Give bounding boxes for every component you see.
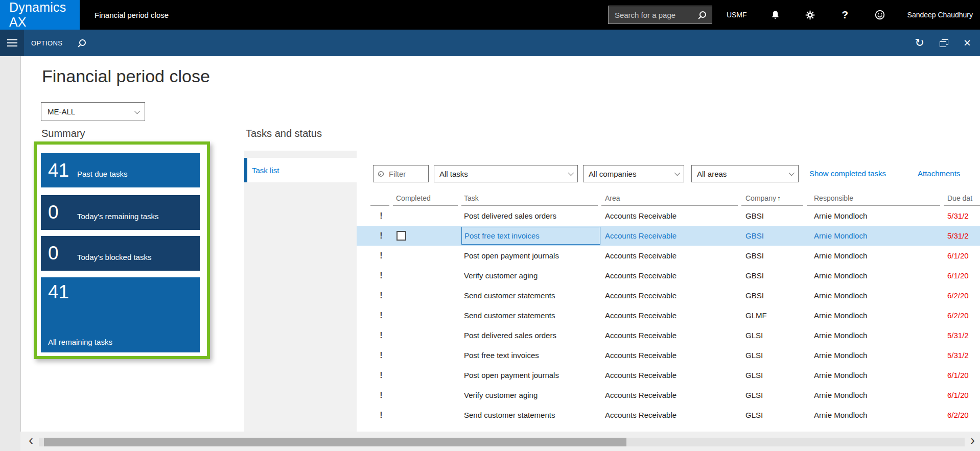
- task-cell[interactable]: Post free text invoices: [461, 351, 601, 360]
- table-row[interactable]: ! Post free text invoices Accounts Recei…: [357, 226, 980, 246]
- period-template-select[interactable]: ME-ALL: [41, 102, 145, 121]
- table-row[interactable]: ! Post free text invoices Accounts Recei…: [357, 345, 980, 365]
- column-header-task[interactable]: Task: [461, 191, 598, 206]
- area-filter-select[interactable]: All areas: [691, 165, 799, 182]
- task-cell[interactable]: Verify customer aging: [461, 391, 601, 399]
- task-cell[interactable]: Send customer statements: [461, 311, 601, 320]
- tile-count: 0: [48, 202, 77, 223]
- table-row[interactable]: ! Send customer statements Accounts Rece…: [357, 286, 980, 305]
- task-filter-select[interactable]: All tasks: [434, 165, 578, 182]
- command-search-icon[interactable]: [78, 39, 86, 48]
- tasks-section-label: Tasks and status: [246, 128, 322, 139]
- area-cell: Accounts Receivable: [601, 351, 741, 360]
- sort-ascending-icon: ↑: [777, 194, 781, 202]
- tile-todays-remaining-tasks[interactable]: 0 Today's remaining tasks: [41, 195, 200, 230]
- tasks-side-nav: Task list: [244, 151, 357, 432]
- company-cell: GLSI: [741, 371, 807, 379]
- tile-past-due-tasks[interactable]: 41 Past due tasks: [41, 153, 200, 187]
- area-cell: Accounts Receivable: [601, 311, 741, 320]
- scrollbar-track[interactable]: [39, 438, 965, 446]
- tile-todays-blocked-tasks[interactable]: 0 Today's blocked tasks: [41, 236, 200, 271]
- sidebar-item-task-list[interactable]: Task list: [244, 158, 357, 182]
- task-cell[interactable]: Post open payment journals: [461, 251, 601, 260]
- top-navigation-bar: Dynamics AX Financial period close USMF: [0, 0, 980, 30]
- notifications-bell-icon[interactable]: [769, 9, 782, 21]
- scroll-right-icon[interactable]: ›: [970, 433, 975, 448]
- due-date-cell: 6/1/20: [944, 251, 980, 260]
- table-row[interactable]: ! Post delivered sales orders Accounts R…: [357, 325, 980, 345]
- options-menu-button[interactable]: OPTIONS: [31, 39, 62, 47]
- window-page-title: Financial period close: [95, 0, 169, 30]
- task-cell[interactable]: Post free text invoices: [461, 227, 600, 245]
- table-row[interactable]: ! Send customer statements Accounts Rece…: [357, 305, 980, 325]
- column-header-area[interactable]: Area: [601, 191, 738, 206]
- table-row[interactable]: ! Send customer statements Accounts Rece…: [357, 405, 980, 425]
- overdue-marker: !: [357, 391, 393, 400]
- tile-label: All remaining tasks: [48, 338, 112, 346]
- responsible-cell: Arnie Mondloch: [807, 211, 944, 220]
- overdue-marker: !: [357, 311, 393, 320]
- settings-gear-icon[interactable]: [804, 9, 816, 21]
- refresh-icon[interactable]: ↻: [915, 38, 924, 48]
- attachments-link[interactable]: Attachments: [918, 165, 960, 182]
- table-row[interactable]: ! Post delivered sales orders Accounts R…: [357, 206, 980, 226]
- table-row[interactable]: ! Post open payment journals Accounts Re…: [357, 365, 980, 385]
- due-date-cell: 6/2/20: [944, 291, 980, 300]
- feedback-smiley-icon[interactable]: [874, 9, 886, 21]
- table-row[interactable]: ! Verify customer aging Accounts Receiva…: [357, 385, 980, 405]
- column-header-completed[interactable]: Completed: [393, 191, 458, 206]
- tile-all-remaining-tasks[interactable]: 41 All remaining tasks: [41, 277, 200, 352]
- task-cell[interactable]: Send customer statements: [461, 291, 601, 300]
- restore-window-icon[interactable]: [940, 39, 948, 47]
- show-completed-tasks-link[interactable]: Show completed tasks: [809, 165, 886, 182]
- page-canvas: Financial period close ME-ALL Summary Ta…: [0, 56, 980, 451]
- scrollbar-thumb[interactable]: [44, 438, 626, 446]
- overdue-marker: !: [357, 351, 393, 360]
- task-cell[interactable]: Post delivered sales orders: [461, 211, 601, 220]
- responsible-cell: Arnie Mondloch: [807, 351, 944, 360]
- page-search-input[interactable]: [614, 10, 698, 20]
- company-cell: GLSI: [741, 391, 807, 399]
- company-badge[interactable]: USMF: [727, 11, 747, 19]
- task-cell[interactable]: Verify customer aging: [461, 271, 601, 280]
- help-icon[interactable]: ?: [839, 9, 851, 21]
- topbar-right-controls: USMF ?: [608, 0, 980, 30]
- column-header-due-date[interactable]: Due dat: [944, 191, 980, 206]
- period-template-value: ME-ALL: [48, 107, 75, 116]
- overdue-marker: !: [357, 331, 393, 340]
- task-cell[interactable]: Post open payment journals: [461, 371, 601, 379]
- form-content: Financial period close ME-ALL Summary Ta…: [20, 56, 980, 432]
- overdue-marker: !: [357, 291, 393, 300]
- command-bar: OPTIONS ↻ ×: [0, 30, 980, 56]
- due-date-cell: 6/1/20: [944, 391, 980, 399]
- search-icon[interactable]: [698, 11, 707, 19]
- company-cell: GBSI: [741, 271, 807, 280]
- hamburger-menu-icon[interactable]: [0, 30, 24, 56]
- page-search-box[interactable]: [608, 6, 712, 24]
- due-date-cell: 5/31/2: [944, 351, 980, 360]
- company-cell: GBSI: [741, 211, 807, 220]
- close-icon[interactable]: ×: [964, 38, 971, 48]
- completed-checkbox[interactable]: [396, 231, 406, 241]
- area-cell: Accounts Receivable: [601, 391, 741, 399]
- filter-box[interactable]: [373, 165, 429, 182]
- responsible-cell: Arnie Mondloch: [807, 311, 944, 320]
- user-name[interactable]: Sandeep Chaudhury: [907, 11, 973, 19]
- task-cell[interactable]: Post delivered sales orders: [461, 331, 601, 340]
- task-list-toolbar: All tasks All companies All areas Show c…: [357, 165, 980, 182]
- table-row[interactable]: ! Verify customer aging Accounts Receiva…: [357, 266, 980, 286]
- task-list-main: All tasks All companies All areas Show c…: [357, 151, 980, 432]
- task-cell[interactable]: Send customer statements: [461, 411, 601, 419]
- dynamics-ax-logo[interactable]: Dynamics AX: [0, 0, 80, 30]
- scroll-left-icon[interactable]: ‹: [29, 433, 33, 448]
- area-cell: Accounts Receivable: [601, 291, 741, 300]
- window-controls: ↻ ×: [915, 38, 980, 48]
- company-filter-select[interactable]: All companies: [583, 165, 684, 182]
- area-cell: Accounts Receivable: [601, 271, 741, 280]
- column-header-company[interactable]: Company ↑: [741, 191, 803, 206]
- filter-input[interactable]: [388, 169, 424, 179]
- tile-count: 41: [48, 281, 69, 302]
- table-row[interactable]: ! Post open payment journals Accounts Re…: [357, 246, 980, 266]
- column-header-overdue: [370, 191, 389, 206]
- column-header-responsible[interactable]: Responsible: [807, 191, 940, 206]
